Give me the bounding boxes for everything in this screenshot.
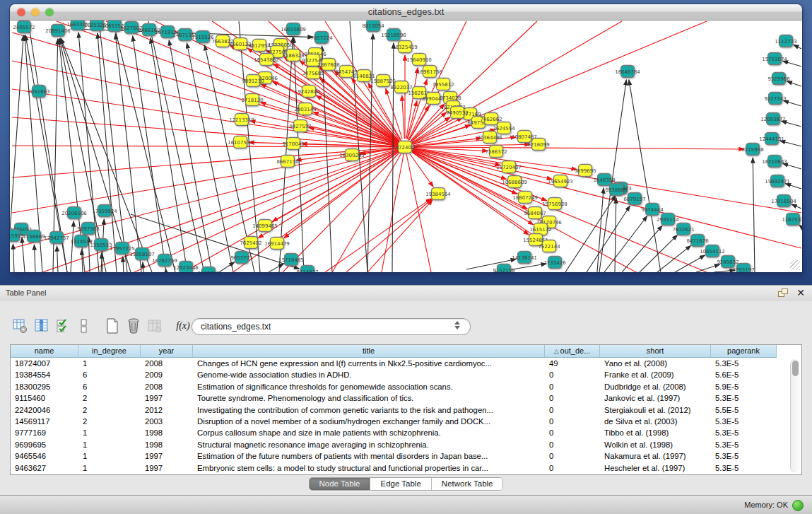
column-header-outde[interactable]: △out_de...: [545, 345, 600, 358]
graph-node[interactable]: 8215958: [741, 144, 763, 156]
graph-node[interactable]: 16033809: [281, 23, 306, 35]
column-header-short[interactable]: short: [600, 345, 711, 358]
network-window[interactable]: citations_edges.txt 24055722069140616633…: [10, 4, 802, 272]
graph-node[interactable]: 9657771: [230, 252, 252, 264]
graph-node[interactable]: 20206506: [61, 207, 87, 219]
graph-node[interactable]: 1350513: [90, 239, 112, 251]
svg-text:9152158: 9152158: [493, 268, 514, 273]
table-cell: 9699695: [11, 439, 78, 450]
tab-network-table[interactable]: Network Table: [432, 478, 503, 490]
graph-node[interactable]: 16961758: [417, 66, 442, 78]
table-row[interactable]: 1872400712008Changes of HCN gene express…: [11, 358, 801, 369]
graph-node[interactable]: 12444131: [759, 133, 784, 145]
memory-status-icon[interactable]: [792, 500, 804, 511]
table-row[interactable]: 1830029562008Estimation of significance …: [11, 381, 801, 392]
table-selector-combo[interactable]: citations_edges.txt: [192, 318, 471, 335]
svg-text:18325419: 18325419: [392, 45, 418, 50]
graph-node[interactable]: 9152158: [493, 264, 514, 273]
graph-node[interactable]: 9899695: [574, 165, 596, 177]
table-scrollbar[interactable]: [790, 359, 800, 472]
table-row[interactable]: 969969511998Structural magnetic resonanc…: [11, 439, 801, 450]
delete-table-icon[interactable]: [123, 317, 144, 335]
row-height-icon[interactable]: [73, 317, 95, 335]
table-header-row: namein_degreeyeartitle△out_de...shortpag…: [11, 345, 801, 358]
selection-checks-icon[interactable]: [52, 317, 73, 335]
table-row[interactable]: 2242004622012Investigating the contribut…: [11, 404, 801, 416]
tab-edge-table[interactable]: Edge Table: [370, 478, 431, 490]
graph-node[interactable]: 2051663: [28, 86, 49, 98]
svg-text:8793197: 8793197: [732, 267, 754, 273]
graph-node[interactable]: 8471676: [686, 235, 709, 247]
graph-node[interactable]: 7857224: [310, 32, 333, 44]
graph-node[interactable]: 12213319: [229, 114, 254, 126]
graph-node[interactable]: 19654923: [548, 175, 573, 187]
graph-node[interactable]: 2718120: [241, 94, 263, 106]
graph-node[interactable]: 1733426: [543, 257, 566, 269]
table-row[interactable]: 946362711997Embryonic stem cells: a mode…: [11, 462, 801, 474]
svg-text:1156869: 1156869: [23, 234, 45, 240]
table-cell: 5.3E-5: [711, 358, 777, 369]
function-builder-icon[interactable]: f(x): [172, 317, 194, 335]
citation-graph[interactable]: 2405572206914061663305100532571065352715…: [10, 21, 802, 272]
graph-node[interactable]: 14136141: [512, 252, 537, 264]
graph-node[interactable]: 19384554: [425, 188, 451, 200]
svg-text:9899695: 9899695: [574, 168, 596, 174]
tab-node-table[interactable]: Node Table: [310, 478, 371, 490]
graph-node[interactable]: 9474444: [641, 204, 664, 216]
graph-node[interactable]: 8427552: [289, 120, 311, 132]
graph-node[interactable]: 2405572: [13, 21, 35, 33]
float-panel-icon[interactable]: [778, 288, 788, 298]
network-canvas[interactable]: 2405572206914061663305100532571065352715…: [10, 21, 802, 272]
column-header-title[interactable]: title: [193, 345, 545, 358]
close-panel-icon[interactable]: ✕: [796, 288, 805, 298]
graph-node[interactable]: 9329966: [767, 73, 790, 85]
graph-node[interactable]: 10654112: [700, 245, 725, 257]
graph-edge: [143, 262, 143, 272]
table-row[interactable]: 977716911998Corpus callosum shape and si…: [11, 427, 801, 438]
column-header-indegree[interactable]: in_degree: [78, 345, 141, 358]
column-header-pagerank[interactable]: pagerank: [711, 345, 777, 358]
svg-text:2867608: 2867608: [317, 62, 339, 68]
graph-node[interactable]: 9136059: [197, 267, 219, 273]
graph-node[interactable]: 7386372: [485, 146, 507, 158]
graph-node[interactable]: 9714927: [296, 266, 318, 273]
graph-node[interactable]: 6879197: [623, 193, 645, 205]
table-cell: 14569117: [11, 416, 78, 427]
column-selector-icon[interactable]: [31, 317, 52, 335]
column-header-name[interactable]: name: [11, 345, 78, 358]
delete-column-icon[interactable]: [144, 317, 165, 335]
table-scrollbar-thumb[interactable]: [792, 361, 799, 376]
graph-node[interactable]: 19756928: [542, 198, 567, 210]
graph-node[interactable]: 15692971: [765, 175, 790, 187]
graph-node[interactable]: 8813054: [362, 21, 384, 32]
graph-node[interactable]: 15640910: [406, 54, 432, 66]
table-row[interactable]: 1938455462009Genome-wide association stu…: [11, 369, 801, 380]
window-titlebar[interactable]: citations_edges.txt: [10, 4, 802, 21]
graph-node[interactable]: 16648784: [615, 66, 640, 78]
graph-node[interactable]: 12093872: [760, 113, 786, 125]
resize-grip[interactable]: [790, 260, 800, 270]
graph-node[interactable]: 19218596: [381, 29, 406, 41]
column-header-year[interactable]: year: [141, 345, 193, 358]
graph-node[interactable]: 12942757: [44, 232, 69, 244]
table-cell: 1: [78, 439, 141, 450]
graph-node[interactable]: 2803144: [294, 103, 317, 115]
table-row[interactable]: 946554611997Estimation of the future num…: [11, 450, 801, 462]
table-row[interactable]: 911546021997Tourette syndrome. Phenomeno…: [11, 392, 801, 404]
graph-node[interactable]: 9245652: [717, 256, 739, 268]
new-column-icon[interactable]: [10, 317, 31, 335]
node-table[interactable]: namein_degreeyeartitle△out_de...shortpag…: [10, 344, 802, 475]
svg-text:3915913: 3915913: [10, 233, 24, 239]
graph-node[interactable]: 7632621: [672, 223, 694, 235]
graph-node[interactable]: 18325419: [392, 41, 418, 53]
new-table-icon[interactable]: [102, 317, 123, 335]
graph-node[interactable]: 7955812: [432, 78, 454, 90]
graph-node[interactable]: 1167533: [782, 214, 802, 226]
graph-node[interactable]: 9227343: [764, 93, 786, 105]
graph-node[interactable]: 2935114: [657, 214, 679, 226]
svg-text:17359924: 17359924: [92, 209, 117, 214]
graph-node[interactable]: 16210643: [762, 156, 787, 168]
graph-node[interactable]: 16914479: [264, 238, 290, 250]
graph-node[interactable]: 15751074: [762, 53, 787, 65]
table-row[interactable]: 1456911722003Disruption of a novel membe…: [11, 416, 801, 427]
